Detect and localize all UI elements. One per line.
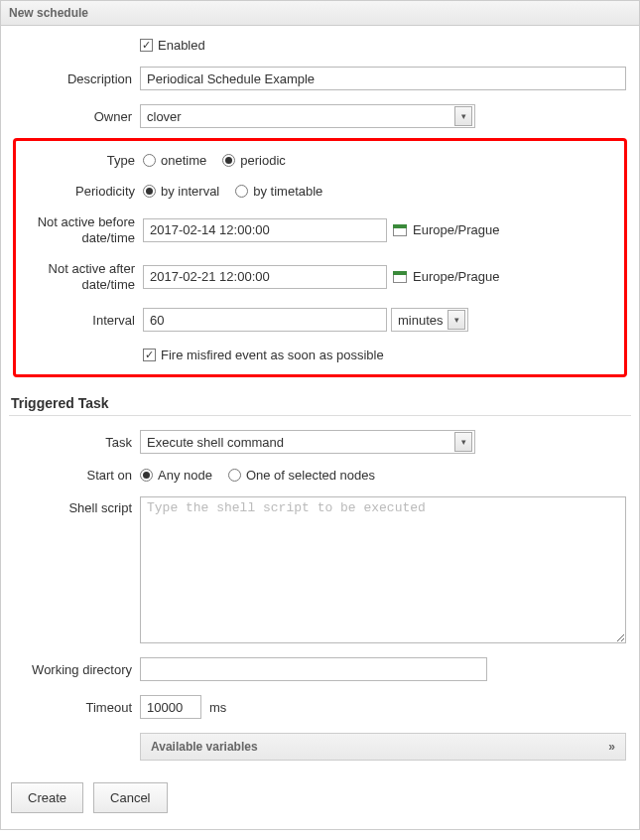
type-onetime-label: onetime — [161, 153, 206, 168]
not-active-after-label: Not active after date/time — [24, 261, 143, 292]
fire-misfired-label: Fire misfired event as soon as possible — [161, 348, 384, 362]
type-periodic-label: periodic — [240, 153, 286, 168]
interval-input[interactable] — [143, 308, 387, 332]
panel-title: New schedule — [1, 1, 639, 26]
chevron-down-icon: ▾ — [454, 106, 472, 126]
type-label: Type — [24, 153, 143, 168]
start-on-any-label: Any node — [158, 468, 212, 483]
create-button[interactable]: Create — [11, 782, 83, 813]
workdir-label: Working directory — [9, 662, 140, 677]
type-onetime-radio[interactable] — [143, 154, 156, 167]
not-active-after-input[interactable] — [143, 265, 387, 289]
task-label: Task — [9, 435, 140, 450]
owner-select[interactable]: clover ▾ — [140, 104, 475, 128]
timeout-unit: ms — [209, 700, 226, 715]
description-input[interactable] — [140, 67, 626, 90]
chevron-down-icon: ▾ — [448, 310, 465, 330]
available-variables-toggle[interactable]: Available variables » — [140, 733, 626, 761]
periodicity-interval-radio[interactable] — [143, 185, 156, 198]
new-schedule-panel: New schedule ✓ Enabled Description Owner — [0, 0, 640, 830]
start-on-any-radio[interactable] — [140, 469, 153, 482]
start-on-label: Start on — [9, 468, 140, 483]
not-active-before-label: Not active before date/time — [24, 214, 143, 245]
not-active-before-tz: Europe/Prague — [413, 222, 499, 237]
periodicity-label: Periodicity — [24, 184, 143, 199]
expand-icon: » — [608, 740, 615, 754]
fire-misfired-checkbox[interactable]: ✓ — [143, 349, 156, 361]
available-variables-label: Available variables — [151, 740, 258, 754]
interval-label: Interval — [24, 313, 143, 328]
workdir-input[interactable] — [140, 657, 487, 681]
chevron-down-icon: ▾ — [454, 432, 472, 452]
enabled-label: Enabled — [158, 38, 205, 53]
description-label: Description — [9, 71, 140, 86]
periodicity-timetable-label: by timetable — [253, 184, 322, 199]
periodicity-interval-label: by interval — [161, 184, 219, 199]
owner-label: Owner — [9, 109, 140, 124]
not-active-before-input[interactable] — [143, 218, 387, 242]
schedule-timing-group: Type onetime periodic — [13, 138, 627, 377]
interval-unit-select[interactable]: minutes ▾ — [391, 308, 468, 332]
type-periodic-radio[interactable] — [222, 154, 235, 167]
timeout-input[interactable] — [140, 695, 201, 719]
shell-script-label: Shell script — [9, 496, 140, 515]
not-active-after-tz: Europe/Prague — [413, 269, 499, 284]
divider — [9, 415, 631, 416]
start-on-selected-label: One of selected nodes — [246, 468, 375, 483]
start-on-selected-radio[interactable] — [228, 469, 241, 482]
periodicity-timetable-radio[interactable] — [235, 185, 248, 198]
task-select[interactable]: Execute shell command ▾ — [140, 430, 475, 454]
calendar-icon[interactable] — [393, 271, 407, 283]
shell-script-input[interactable] — [140, 496, 626, 643]
timeout-label: Timeout — [9, 700, 140, 715]
enabled-checkbox[interactable]: ✓ — [140, 39, 153, 52]
cancel-button[interactable]: Cancel — [93, 782, 167, 813]
calendar-icon[interactable] — [393, 224, 407, 236]
triggered-task-title: Triggered Task — [11, 395, 631, 411]
